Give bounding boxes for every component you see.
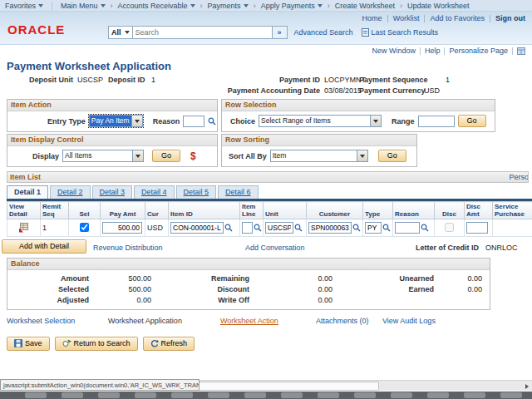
breadcrumb-create-worksheet[interactable]: Create Worksheet <box>335 2 395 10</box>
deposit-id-value: 1 <box>151 76 155 84</box>
reason-lookup-icon[interactable] <box>208 117 216 126</box>
view-detail-icon[interactable] <box>18 222 29 233</box>
deposit-id-label: Deposit ID <box>108 76 145 84</box>
customer-input[interactable] <box>308 222 352 234</box>
col-remit-seq: Remit Seq <box>41 202 69 219</box>
breadcrumb-update-worksheet[interactable]: Update Worksheet <box>407 2 469 10</box>
add-with-detail-button[interactable]: Add with Detail <box>2 239 86 254</box>
range-go-button[interactable]: Go <box>458 115 486 127</box>
taskbar-segment <box>244 392 266 398</box>
item-line-input[interactable] <box>242 222 253 234</box>
refresh-button[interactable]: Refresh <box>143 337 195 351</box>
remaining-label: Remaining <box>155 274 253 283</box>
chevron-down-icon[interactable] <box>357 150 367 161</box>
add-to-favorites-link[interactable]: Add to Favorites <box>430 14 485 22</box>
taskbar-segment <box>208 392 229 398</box>
breadcrumb-apply-payments[interactable]: Apply Payments <box>261 2 323 10</box>
convert-currency-icon[interactable]: $ <box>190 152 196 160</box>
search-results-icon <box>362 28 369 37</box>
attachments-link[interactable]: Attachments (0) <box>316 317 369 325</box>
return-to-search-button[interactable]: Return to Search <box>55 337 138 351</box>
type-input[interactable] <box>365 222 382 234</box>
breadcrumb-separator: › <box>254 2 256 10</box>
worksheet-selection-link[interactable]: Worksheet Selection <box>7 317 75 325</box>
display-select[interactable]: All Items <box>62 150 144 162</box>
chevron-down-icon[interactable] <box>132 150 143 161</box>
entry-type-select[interactable]: Pay An Item <box>89 115 143 127</box>
new-window-link[interactable]: New Window <box>372 47 416 55</box>
breadcrumb-label: Apply Payments <box>261 2 315 10</box>
sel-checkbox[interactable] <box>80 223 89 232</box>
personalize-page-link[interactable]: Personalize Page <box>449 47 508 55</box>
unit-input[interactable] <box>265 222 293 234</box>
breadcrumb-label: Create Worksheet <box>335 2 395 10</box>
tab-label: Detail 5 <box>184 188 209 196</box>
tab-label: Detail 3 <box>100 188 126 196</box>
cur-value: USD <box>145 219 169 237</box>
col-disc-amt: Disc Amt <box>465 202 493 219</box>
sort-go-button[interactable]: Go <box>378 150 406 162</box>
entry-type-value: Pay An Item <box>90 116 131 126</box>
disc-checkbox[interactable] <box>445 223 454 232</box>
tab-detail-1[interactable]: Detail 1 <box>7 185 48 199</box>
breadcrumb-favorites[interactable]: Favorites <box>5 2 43 10</box>
pay-amt-input[interactable] <box>102 222 142 234</box>
type-lookup-icon[interactable] <box>382 224 391 232</box>
tab-detail-3[interactable]: Detail 3 <box>92 185 133 199</box>
breadcrumb-payments[interactable]: Payments <box>208 2 249 10</box>
search-input[interactable] <box>133 26 273 39</box>
breadcrumb-main-menu[interactable]: Main Menu <box>61 2 106 10</box>
save-button[interactable]: Save <box>7 337 50 351</box>
disc-amt-input[interactable] <box>466 222 488 234</box>
chevron-down-icon <box>101 4 106 7</box>
item-id-input[interactable] <box>170 222 224 234</box>
scrollbar-right-arrow-icon[interactable] <box>525 384 529 389</box>
item-id-lookup-icon[interactable] <box>224 224 233 232</box>
earned-label: Earned <box>336 285 437 293</box>
return-to-search-icon <box>62 339 71 347</box>
chevron-down-icon[interactable] <box>370 116 381 126</box>
range-label: Range <box>392 117 415 126</box>
taskbar-segment <box>98 392 120 398</box>
add-conversation-link[interactable]: Add Conversation <box>245 244 305 252</box>
choice-label: Choice <box>230 117 255 126</box>
col-customer: Customer <box>307 202 363 219</box>
personalize-grid-icon[interactable] <box>517 47 525 55</box>
customer-lookup-icon[interactable] <box>352 224 361 232</box>
display-go-button[interactable]: Go <box>152 150 180 162</box>
divider <box>444 47 445 55</box>
view-audit-logs-link[interactable]: View Audit Logs <box>382 317 436 325</box>
tab-detail-6[interactable]: Detail 6 <box>218 185 259 199</box>
page-title: Payment Worksheet Application <box>7 60 532 72</box>
unit-lookup-icon[interactable] <box>294 224 303 232</box>
advanced-search-link[interactable]: Advanced Search <box>294 28 353 37</box>
sign-out-link[interactable]: Sign out <box>495 14 525 22</box>
revenue-distribution-link[interactable]: Revenue Distribution <box>93 244 163 252</box>
reason-row-lookup-icon[interactable] <box>421 224 429 232</box>
worklist-link[interactable]: Worklist <box>393 14 420 22</box>
last-search-results-link[interactable]: Last Search Results <box>362 28 439 37</box>
chevron-down-icon <box>38 4 43 7</box>
groupbox-row-2: Item Display Control Display All Items G… <box>7 134 532 167</box>
help-link[interactable]: Help <box>425 47 441 55</box>
chevron-down-icon[interactable] <box>131 116 142 126</box>
sort-all-by-select[interactable]: Item <box>270 150 368 162</box>
amount-value: 500.00 <box>92 274 155 283</box>
reason-input[interactable] <box>183 116 204 127</box>
home-link[interactable]: Home <box>362 14 382 22</box>
worksheet-application-current: Worksheet Application <box>108 317 182 325</box>
write-off-label: Write Off <box>155 296 253 304</box>
tab-detail-2[interactable]: Detail 2 <box>50 185 91 199</box>
col-item-id: Item ID <box>169 202 240 219</box>
choice-select[interactable]: Select Range of Items <box>259 115 382 127</box>
tab-detail-4[interactable]: Detail 4 <box>134 185 175 199</box>
personalize-link[interactable]: Perso <box>509 173 529 181</box>
tab-detail-5[interactable]: Detail 5 <box>176 185 217 199</box>
worksheet-action-link[interactable]: Worksheet Action <box>220 317 278 325</box>
search-submit-button[interactable]: » <box>273 26 288 39</box>
breadcrumb-accounts-receivable[interactable]: Accounts Receivable <box>118 2 195 10</box>
reason-row-input[interactable] <box>395 222 420 234</box>
search-scope-select[interactable]: All <box>108 26 133 39</box>
item-line-lookup-icon[interactable] <box>254 224 262 232</box>
range-input[interactable] <box>418 116 455 127</box>
